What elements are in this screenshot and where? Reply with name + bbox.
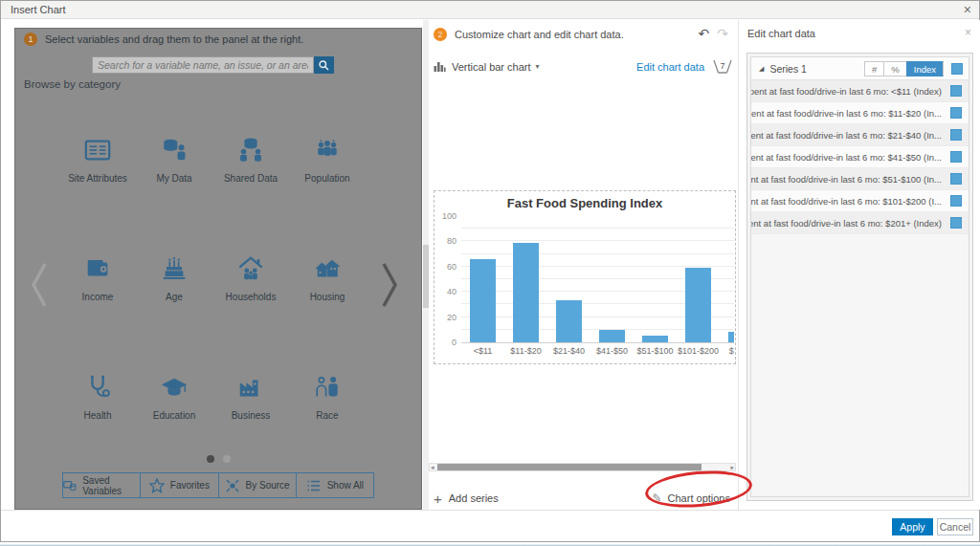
undo-redo-group: ↶ ↷ bbox=[699, 26, 728, 41]
saved-variables-icon bbox=[63, 478, 77, 492]
page-background-strip bbox=[0, 542, 980, 546]
show-all-button[interactable]: Show All bbox=[297, 473, 373, 497]
chart-bar bbox=[556, 300, 582, 342]
category-housing[interactable]: Housing bbox=[279, 254, 375, 304]
panel-close-icon[interactable]: × bbox=[965, 26, 971, 39]
variable-filter-buttons: Saved Variables Favorites By Source bbox=[62, 472, 374, 498]
variable-search-row bbox=[92, 56, 334, 74]
database-people-icon bbox=[236, 136, 265, 164]
house-people-icon bbox=[236, 254, 265, 283]
value-mode-group: # % Index bbox=[864, 61, 944, 76]
houses-icon bbox=[313, 254, 342, 283]
browse-by-category-label: Browse by category bbox=[24, 78, 121, 90]
chart-plot bbox=[461, 217, 734, 343]
scroll-right-arrow-icon[interactable]: ▸ bbox=[730, 463, 734, 471]
variable-color-swatch[interactable] bbox=[950, 107, 962, 119]
star-icon bbox=[149, 478, 165, 493]
chart-scroll-window: <$11$11-$20$21-$40$41-$50$51-$100$101-$2… bbox=[461, 217, 734, 360]
variable-row[interactable]: Spent at fast food/drive-in last 6 mo: $… bbox=[751, 168, 969, 190]
variable-row[interactable]: Spent at fast food/drive-in last 6 mo: $… bbox=[751, 212, 969, 234]
wallet-icon bbox=[83, 254, 112, 283]
apply-button[interactable]: Apply bbox=[892, 518, 933, 535]
mode-index-button[interactable]: Index bbox=[906, 61, 944, 76]
step-1-instruction: Select variables and drag them to the pa… bbox=[45, 33, 303, 45]
chart-customize-panel: 2 Customize chart and edit chart data. ↶… bbox=[429, 20, 738, 510]
variable-row[interactable]: Spent at fast food/drive-in last 6 mo: $… bbox=[751, 102, 969, 124]
redo-icon[interactable]: ↷ bbox=[717, 26, 728, 41]
variable-row[interactable]: Spent at fast food/drive-in last 6 mo: $… bbox=[751, 190, 969, 212]
variable-color-swatch[interactable] bbox=[950, 195, 962, 207]
pencil-icon: ✎ bbox=[653, 491, 662, 505]
mode-number-button[interactable]: # bbox=[864, 61, 883, 76]
series-header-row: ◢ Series 1 # % Index bbox=[751, 57, 969, 80]
series-list: ◢ Series 1 # % Index Spent at fast food/… bbox=[750, 56, 969, 497]
step-1-badge: 1 bbox=[24, 33, 37, 46]
list-icon bbox=[306, 478, 322, 493]
favorites-button[interactable]: Favorites bbox=[141, 473, 218, 497]
dialog-close-icon[interactable]: × bbox=[964, 2, 971, 17]
variable-color-swatch[interactable] bbox=[950, 173, 962, 185]
category-population[interactable]: Population bbox=[279, 136, 375, 186]
chart-type-selector[interactable]: Vertical bar chart bbox=[452, 61, 531, 73]
chart-preview: Fast Food Spending Index 020406080100 <$… bbox=[434, 190, 736, 364]
footer-divider bbox=[1, 510, 979, 511]
svg-text:7: 7 bbox=[720, 61, 724, 71]
add-series-button[interactable]: + Add series bbox=[434, 491, 499, 507]
source-burst-icon bbox=[225, 478, 240, 493]
by-source-button[interactable]: By Source bbox=[219, 473, 297, 497]
race-icon bbox=[313, 373, 342, 402]
chart-horizontal-scrollbar[interactable]: ◂ ▸ bbox=[429, 463, 736, 471]
chart-type-row: Vertical bar chart ▾ Edit chart data 7 bbox=[434, 58, 733, 75]
variable-color-swatch[interactable] bbox=[950, 217, 962, 229]
graduation-cap-icon bbox=[160, 373, 189, 402]
carousel-next-button[interactable] bbox=[379, 258, 400, 312]
chart-bar bbox=[513, 243, 539, 342]
stethoscope-icon bbox=[83, 373, 112, 402]
undo-icon[interactable]: ↶ bbox=[699, 26, 710, 41]
variable-count-badge: 7 bbox=[712, 58, 733, 75]
variable-row[interactable]: Spent at fast food/drive-in last 6 mo: $… bbox=[751, 124, 969, 146]
edit-chart-data-link[interactable]: Edit chart data bbox=[636, 61, 704, 73]
mode-percent-button[interactable]: % bbox=[883, 61, 905, 76]
carousel-pagination bbox=[15, 455, 421, 463]
bar-chart-type-icon bbox=[434, 60, 446, 73]
variable-color-swatch[interactable] bbox=[950, 129, 962, 141]
series-color-swatch[interactable] bbox=[951, 63, 963, 75]
database-person-icon bbox=[160, 136, 189, 164]
chart-x-labels: <$11$11-$20$21-$40$41-$50$51-$100$101-$2… bbox=[461, 343, 734, 359]
insert-chart-dialog: Insert Chart × 1 Select variables and dr… bbox=[0, 0, 980, 542]
carousel-prev-button[interactable] bbox=[29, 258, 50, 312]
factory-icon bbox=[236, 373, 265, 402]
category-race[interactable]: Race bbox=[279, 373, 375, 423]
page-dot-1[interactable] bbox=[207, 455, 214, 463]
chart-panel-footer: + Add series ✎ Chart options bbox=[434, 485, 730, 512]
chart-x-tick-label: $201+ bbox=[713, 346, 735, 356]
step-1-row: 1 Select variables and drag them to the … bbox=[24, 33, 303, 46]
chart-bar bbox=[728, 332, 734, 342]
variable-row[interactable]: Spent at fast food/drive-in last 6 mo: $… bbox=[751, 146, 969, 168]
step-2-row: 2 Customize chart and edit chart data. bbox=[434, 28, 624, 41]
chart-options-button[interactable]: ✎ Chart options bbox=[653, 491, 731, 505]
table-icon bbox=[83, 136, 112, 164]
search-button[interactable] bbox=[314, 56, 334, 74]
scroll-left-arrow-icon[interactable]: ◂ bbox=[431, 463, 434, 471]
variable-browser-panel: 1 Select variables and drag them to the … bbox=[14, 28, 422, 510]
variable-row[interactable]: Spent at fast food/drive-in last 6 mo: <… bbox=[751, 80, 969, 102]
search-icon bbox=[318, 59, 330, 72]
variable-color-swatch[interactable] bbox=[950, 151, 962, 163]
cancel-button[interactable]: Cancel bbox=[937, 518, 973, 535]
dialog-title: Insert Chart bbox=[11, 4, 65, 15]
chart-bar bbox=[470, 259, 496, 342]
series-box: ◢ Series 1 # % Index Spent at fast food/… bbox=[746, 53, 973, 501]
variable-color-swatch[interactable] bbox=[950, 85, 962, 97]
plus-icon: + bbox=[434, 491, 442, 507]
horizontal-scrollbar-thumb[interactable] bbox=[437, 464, 702, 470]
people-group-icon bbox=[313, 136, 342, 164]
series-collapse-icon[interactable]: ◢ bbox=[759, 65, 764, 73]
variable-search-input[interactable] bbox=[92, 56, 314, 74]
edit-chart-data-title: Edit chart data bbox=[747, 28, 815, 39]
step-2-instruction: Customize chart and edit chart data. bbox=[455, 29, 624, 40]
chevron-down-icon[interactable]: ▾ bbox=[536, 62, 540, 71]
page-dot-2[interactable] bbox=[223, 455, 231, 463]
saved-variables-button[interactable]: Saved Variables bbox=[63, 473, 141, 497]
